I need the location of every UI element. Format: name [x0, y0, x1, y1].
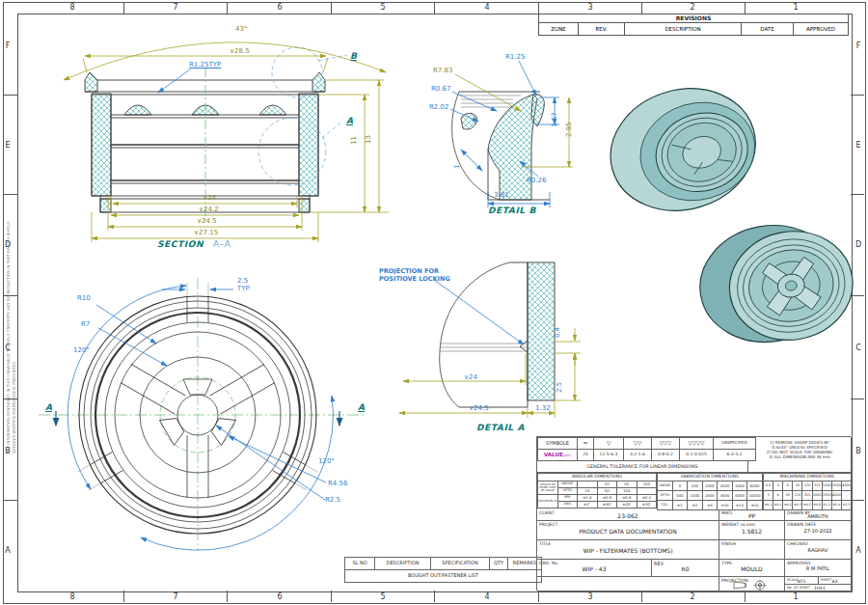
- section-hatching: [85, 72, 325, 212]
- grid-col-1b: 1: [789, 592, 802, 601]
- dim-120-left: 120°: [73, 347, 90, 354]
- symbole-label: SYMBOLE: [538, 438, 578, 450]
- section-view-svg: [58, 24, 391, 261]
- dim-r783: R7.83: [433, 68, 452, 74]
- grid-col-8b: 8: [66, 592, 79, 601]
- grid-row-ar: A: [852, 546, 865, 555]
- plan-centerlines: [39, 278, 365, 550]
- detail-b-ref: B: [350, 52, 357, 61]
- third-angle-projection-icon: [733, 580, 772, 591]
- grid-col-7: 7: [169, 3, 182, 12]
- dim-285b: 2.85: [566, 122, 573, 137]
- grid-row-fr: F: [852, 41, 865, 50]
- r125-leader: [158, 69, 190, 93]
- revisions-col-description: DESCRIPTION: [624, 22, 742, 36]
- detail-b-svg: [405, 53, 632, 227]
- grid-col-1: 1: [789, 3, 802, 12]
- detail-a-ref: A: [346, 117, 353, 125]
- detail-a-svg: [376, 259, 593, 447]
- detail-b-caption: DETAIL B: [488, 206, 536, 215]
- dim-381: 3.81: [494, 192, 509, 199]
- type-cell: TYPEMOULD: [719, 560, 785, 577]
- fastener-list-footer: BOUGHT OUT/FASTENER LIST: [345, 570, 542, 583]
- grid-col-3b: 3: [583, 592, 597, 601]
- dim-167: 1.67: [552, 112, 558, 127]
- dim-d24: ∨24: [203, 195, 216, 202]
- drawn-date-cell: DRAWN DATE27-10-2022: [785, 521, 852, 540]
- dim-h13: 13: [366, 135, 372, 144]
- dim-r7: R7: [81, 321, 90, 328]
- disclaimer-text-2: WITHOUT WRITTEN PERMISSION IS PROHIBITED: [12, 362, 16, 454]
- detail-a-outline: [440, 262, 555, 407]
- rev-cell: REVR0: [652, 560, 719, 577]
- grid-col-5: 5: [376, 3, 390, 12]
- finish-cell: FINISH: [719, 540, 785, 560]
- title-block: SYMBOLE ≈ ▽ ▽▽ ▽▽▽ ▽▽▽▽ UNSPECIFIED VALU…: [536, 436, 851, 591]
- revisions-col-zone: ZONE: [538, 22, 579, 36]
- sheet-cell: SHEETA3: [819, 577, 852, 585]
- dim-od-285: ∨28.5: [230, 48, 250, 55]
- dim-r202: R2.02: [429, 104, 448, 111]
- angular-tolerance-table: ANGULAR DIMENTIONS LENGTH OF SHORT SIDE …: [537, 473, 657, 509]
- section-caption: SECTION: [157, 240, 203, 249]
- grid-col-2: 2: [686, 3, 699, 12]
- grid-col-6: 6: [273, 3, 286, 12]
- disclaimer-text-1: THE INFORMATION CONTAINED IN THIS DRAWIN…: [6, 222, 11, 454]
- section-outline: [85, 80, 325, 212]
- scale-cell: SCALENTS: [785, 577, 819, 585]
- dim-04: 0.4: [555, 327, 561, 338]
- dim-d245: ∨24.5: [197, 218, 217, 225]
- dim-r125: R1.25: [505, 54, 525, 61]
- locking-note-2: POSITIOVE LOCKING: [379, 276, 450, 283]
- no-of-sheet-cell: No. OF SHEET1OF1: [785, 585, 852, 591]
- dim-h11: 11: [351, 136, 358, 145]
- drawing-notes: 1) REMOVE SHARP EDGES BY 0.5x45° UNLESS …: [748, 437, 852, 473]
- dim-d245a: ∨24.5: [469, 405, 489, 412]
- grid-col-5b: 5: [376, 592, 390, 601]
- machining-tolerance-table: MACHINING DIMENTIONS 0.5 3 6 30 120 315 …: [763, 473, 852, 510]
- dim-slot-25: 2.5: [237, 278, 248, 285]
- revisions-col-rev: REV.: [578, 22, 625, 36]
- dim-angle-43: 43°: [235, 26, 247, 33]
- grid-col-8: 8: [66, 3, 79, 12]
- grid-col-4b: 4: [480, 592, 494, 601]
- checked-cell: CHECKEDRAGHAV: [785, 540, 852, 560]
- drawing-sheet: 8 7 6 5 4 3 2 1 8 7 6 5 4 3 2 1 F E D C …: [0, 0, 868, 605]
- dim-r456: R4.56: [328, 481, 347, 487]
- empty-cell: [537, 577, 719, 591]
- dim-r125typ: R1.25TYP: [189, 62, 221, 69]
- revisions-col-date: DATE: [741, 22, 794, 36]
- grid-col-7b: 7: [169, 592, 182, 601]
- title-cell: TITLEWIP - FILTERMATES (BOTTOMS): [537, 540, 719, 560]
- surface-finish-table: SYMBOLE ≈ ▽ ▽▽ ▽▽▽ ▽▽▽▽ UNSPECIFIED VALU…: [537, 437, 756, 461]
- dim-25a: 2.5: [556, 382, 563, 393]
- locking-note-1: PROJECTION FOR: [379, 268, 439, 275]
- dim-d24a: ∨24: [464, 374, 477, 381]
- dim-d2715: ∨27.15: [194, 230, 218, 236]
- wheel-render-back: [608, 77, 770, 228]
- dim-r026: R0.26: [527, 178, 546, 184]
- section-mark-a-left: A: [45, 403, 52, 412]
- render-3d-svg: [608, 77, 868, 357]
- grid-row-e: E: [1, 141, 14, 150]
- dim-chamfer-1: 1: [454, 165, 461, 169]
- project-cell: PROJECTPRODUCT DATA DOCUMENTATION: [537, 521, 719, 540]
- weight-cell: WEIGHT (IN GMS) 1.5812: [719, 521, 785, 540]
- value-label: VALUE: [544, 452, 563, 457]
- dim-132: 1.32: [535, 405, 551, 412]
- grid-row-a: A: [1, 546, 14, 555]
- dim-slot-typ: TYP: [237, 286, 250, 292]
- fastener-list-table: SL NO DESCRIPTION SPECIFICATION QTY REMA…: [344, 557, 542, 583]
- grid-col-6b: 6: [273, 592, 286, 601]
- matl-cell: MATLPP: [719, 509, 785, 521]
- wheel-render-front: [691, 212, 861, 355]
- general-tolerance-title: GENERAL TOLERANCE FOR LINEAR DIMENSIONS: [537, 460, 748, 473]
- grid-row-f: F: [1, 41, 14, 50]
- revisions-col-approved: APPROVED: [793, 22, 849, 36]
- detail-a-caption: DETAIL A: [476, 424, 525, 432]
- fabrication-tolerance-table: FABRICATION DIMENTIONS ABOVE 0 500 1000 …: [657, 473, 763, 510]
- grid-col-2b: 2: [686, 592, 699, 601]
- approved-cell: APPROVEDR M PATIL: [785, 560, 852, 577]
- dim-r25: R2.5: [325, 497, 340, 504]
- drawn-by-cell: DRAWN BYAMRUTH: [785, 509, 852, 521]
